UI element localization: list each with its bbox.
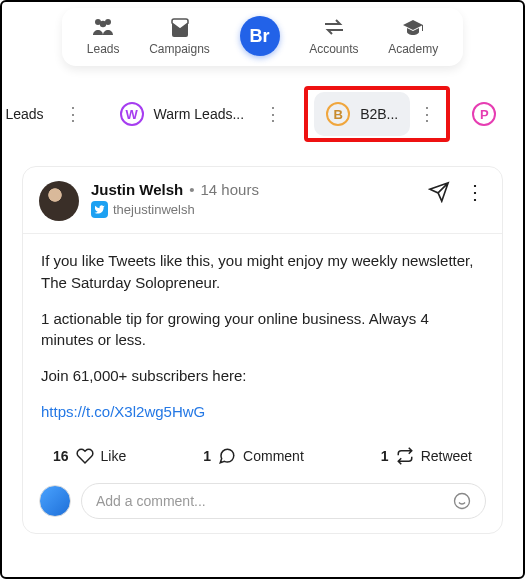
comment-count: 1: [203, 448, 211, 464]
more-icon[interactable]: ⋮: [464, 181, 486, 203]
like-button[interactable]: 16 Like: [53, 447, 126, 465]
twitter-icon: [91, 201, 108, 218]
comment-input[interactable]: Add a comment...: [81, 483, 486, 519]
separator-dot: •: [189, 181, 194, 198]
comment-icon: [218, 447, 236, 465]
tab-b2b[interactable]: B B2B... ⋮: [310, 92, 444, 136]
retweet-count: 1: [381, 448, 389, 464]
like-label: Like: [101, 448, 127, 464]
heart-icon: [76, 447, 94, 465]
tab-badge-icon: P: [472, 102, 496, 126]
tab-badge-icon: B: [326, 102, 350, 126]
post-time: 14 hours: [201, 181, 259, 198]
tab-warm-leads[interactable]: W Warm Leads... ⋮: [104, 92, 291, 136]
post-text: If you like Tweets like this, you might …: [41, 250, 484, 294]
author-handle[interactable]: thejustinwelsh: [113, 202, 195, 217]
post-link[interactable]: https://t.co/X3l2wg5HwG: [41, 403, 205, 420]
comment-button[interactable]: 1 Comment: [203, 447, 303, 465]
send-icon[interactable]: [428, 181, 450, 203]
campaigns-icon: [167, 16, 193, 38]
emoji-icon[interactable]: [453, 492, 471, 510]
comment-label: Comment: [243, 448, 304, 464]
tab-label: B2B...: [360, 106, 398, 122]
tab-label: ed Leads: [0, 106, 44, 122]
nav-academy[interactable]: Academy: [388, 16, 438, 56]
post-card: Justin Welsh • 14 hours thejustinwelsh ⋮: [22, 166, 503, 534]
tab-menu-icon[interactable]: ⋮: [414, 101, 440, 127]
tab-prev[interactable]: ed Leads ⋮: [0, 96, 90, 132]
tab-menu-icon[interactable]: ⋮: [260, 101, 286, 127]
comment-placeholder: Add a comment...: [96, 493, 453, 509]
top-nav: Leads Campaigns Br Accounts Academy: [62, 8, 463, 66]
nav-leads-label: Leads: [87, 42, 120, 56]
tab-next[interactable]: P: [464, 98, 504, 130]
nav-leads[interactable]: Leads: [87, 16, 120, 56]
people-icon: [90, 16, 116, 38]
post-text: 1 actionable tip for growing your online…: [41, 308, 484, 352]
tabs-row: ed Leads ⋮ W Warm Leads... ⋮ B B2B... ⋮ …: [0, 66, 525, 156]
nav-accounts[interactable]: Accounts: [309, 16, 358, 56]
highlighted-tab: B B2B... ⋮: [304, 86, 450, 142]
comment-composer: Add a comment...: [23, 477, 502, 533]
switch-icon: [321, 16, 347, 38]
nav-campaigns[interactable]: Campaigns: [149, 16, 210, 56]
post-text: Join 61,000+ subscribers here:: [41, 365, 484, 387]
like-count: 16: [53, 448, 69, 464]
post-body: If you like Tweets like this, you might …: [23, 234, 502, 439]
tab-label: Warm Leads...: [154, 106, 245, 122]
tab-menu-icon[interactable]: ⋮: [60, 101, 86, 127]
svg-point-3: [455, 493, 470, 508]
nav-accounts-label: Accounts: [309, 42, 358, 56]
svg-point-2: [100, 21, 106, 27]
nav-home[interactable]: Br: [240, 16, 280, 56]
academy-icon: [400, 16, 426, 38]
nav-home-label: Br: [249, 26, 269, 47]
retweet-icon: [396, 447, 414, 465]
post-header: Justin Welsh • 14 hours thejustinwelsh ⋮: [23, 167, 502, 234]
user-avatar[interactable]: [39, 485, 71, 517]
nav-academy-label: Academy: [388, 42, 438, 56]
post-stats: 16 Like 1 Comment 1 Retweet: [23, 439, 502, 477]
nav-campaigns-label: Campaigns: [149, 42, 210, 56]
tab-badge-icon: W: [120, 102, 144, 126]
retweet-button[interactable]: 1 Retweet: [381, 447, 472, 465]
author-avatar[interactable]: [39, 181, 79, 221]
author-block: Justin Welsh • 14 hours thejustinwelsh: [91, 181, 416, 218]
author-name[interactable]: Justin Welsh: [91, 181, 183, 198]
retweet-label: Retweet: [421, 448, 472, 464]
